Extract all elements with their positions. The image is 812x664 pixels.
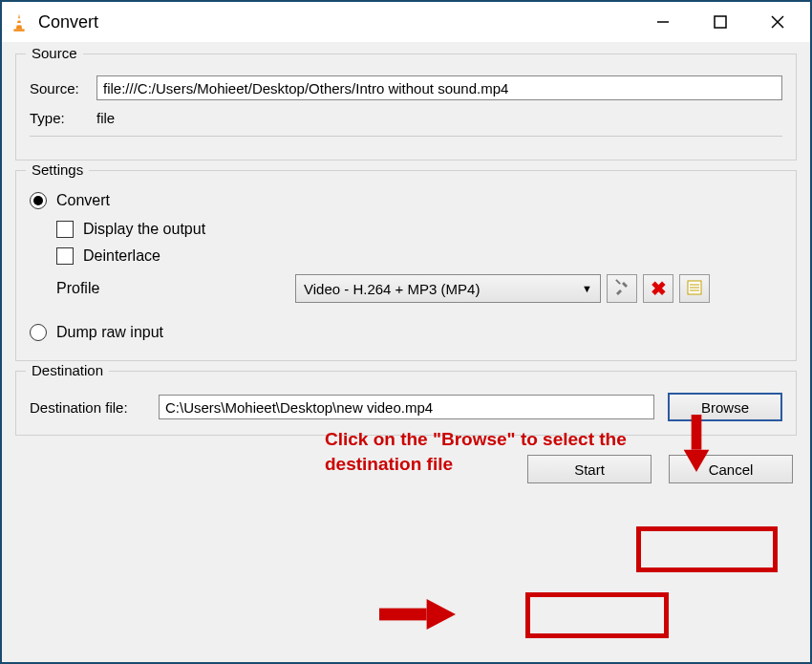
display-output-checkbox[interactable] (56, 221, 74, 238)
deinterlace-label: Deinterlace (83, 247, 160, 265)
delete-profile-button[interactable]: ✖ (643, 274, 673, 303)
svg-rect-8 (615, 279, 621, 285)
svg-rect-3 (13, 29, 24, 31)
start-button[interactable]: Start (527, 455, 652, 483)
annotation-arrow-right-icon (379, 598, 456, 633)
client-area: Source Source: Type: file Settings Conve… (2, 42, 810, 662)
window-controls (634, 3, 806, 41)
settings-group: Settings Convert Display the output Dein… (15, 170, 797, 361)
type-label: Type: (30, 110, 96, 126)
svg-rect-15 (379, 609, 427, 621)
svg-rect-5 (715, 16, 726, 28)
maximize-button[interactable] (692, 3, 749, 41)
source-legend: Source (26, 45, 83, 61)
profile-combobox[interactable]: Video - H.264 + MP3 (MP4) ▼ (295, 274, 601, 303)
window-title: Convert (38, 12, 634, 32)
svg-rect-1 (17, 18, 22, 20)
svg-marker-16 (427, 599, 456, 630)
titlebar: Convert (2, 2, 810, 42)
convert-radio-label: Convert (56, 192, 110, 209)
annotation-browse-highlight (636, 526, 778, 572)
profile-label: Profile (56, 280, 295, 297)
convert-dialog: Convert Source Source: Type: file (0, 0, 812, 664)
dump-raw-label: Dump raw input (56, 324, 163, 341)
new-profile-icon (686, 279, 703, 299)
type-value: file (96, 110, 115, 126)
chevron-down-icon: ▼ (582, 283, 592, 294)
delete-icon: ✖ (651, 279, 667, 298)
close-button[interactable] (749, 3, 806, 41)
new-profile-button[interactable] (679, 274, 710, 303)
minimize-button[interactable] (634, 3, 692, 41)
svg-marker-0 (16, 13, 22, 29)
destination-legend: Destination (26, 362, 109, 378)
deinterlace-checkbox[interactable] (56, 247, 74, 265)
annotation-start-highlight (525, 592, 669, 638)
destination-group: Destination Destination file: Browse (15, 371, 797, 436)
svg-rect-2 (16, 23, 22, 25)
destination-file-input[interactable] (159, 395, 654, 419)
edit-profile-button[interactable] (607, 274, 637, 303)
source-group: Source Source: Type: file (15, 54, 797, 161)
convert-radio[interactable] (30, 192, 47, 209)
tools-icon (613, 279, 630, 299)
divider (30, 136, 782, 137)
browse-button[interactable]: Browse (668, 393, 782, 421)
cancel-button[interactable]: Cancel (669, 455, 793, 483)
source-label: Source: (30, 80, 96, 96)
dialog-footer: Start Cancel (15, 445, 797, 483)
settings-legend: Settings (26, 161, 89, 178)
source-input[interactable] (96, 75, 782, 100)
display-output-label: Display the output (83, 221, 205, 238)
destination-file-label: Destination file: (30, 399, 159, 416)
profile-value: Video - H.264 + MP3 (MP4) (304, 281, 480, 297)
vlc-cone-icon (11, 13, 29, 31)
dump-raw-radio[interactable] (30, 324, 47, 341)
